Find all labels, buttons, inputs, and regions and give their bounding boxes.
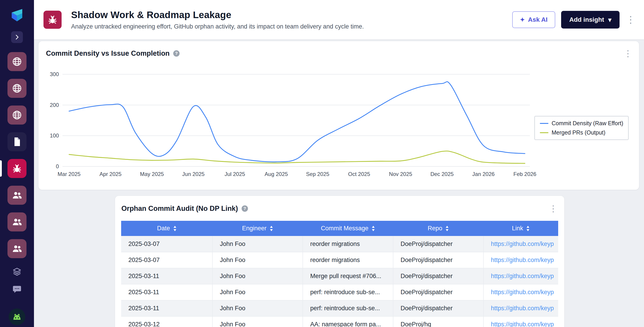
sidebar-item-team-1[interactable] (8, 186, 26, 205)
chart-card: Commit Density vs Issue Completion ? ⋮ 0… (38, 41, 639, 190)
date-cell: 2025-03-07 (121, 252, 212, 268)
repo-cell: DoeProj/dispatcher (393, 268, 484, 284)
commit-message-cell: Merge pull request #706... (303, 268, 393, 284)
globe-icon (12, 110, 22, 120)
column-header-link[interactable]: Link (484, 221, 558, 236)
table-kebab-menu-icon[interactable]: ⋮ (549, 205, 558, 212)
ask-ai-button[interactable]: ✦ Ask AI (512, 11, 555, 28)
caret-down-icon: ▾ (608, 16, 612, 24)
series-line (69, 151, 525, 163)
date-cell: 2025-03-12 (121, 316, 212, 327)
chart-legend: Commit Density (Raw Effort)Merged PRs (O… (534, 116, 628, 140)
x-tick-label: Feb 2026 (513, 171, 536, 177)
engineer-cell: John Foo (212, 300, 303, 316)
layers-icon (12, 267, 22, 277)
sort-icon (372, 226, 375, 231)
y-tick-label: 100 (50, 132, 59, 138)
legend-item[interactable]: Merged PRs (Output) (540, 129, 623, 136)
commit-link[interactable]: https://github.com/keyp (491, 240, 554, 247)
commit-link[interactable]: https://github.com/keyp (491, 305, 554, 312)
avatar-icon (8, 308, 25, 325)
sidebar-item-bug-active[interactable] (8, 159, 26, 178)
chart-kebab-menu-icon[interactable]: ⋮ (624, 50, 632, 57)
main-area: Shadow Work & Roadmap Leakage Analyze un… (34, 0, 644, 327)
app-logo[interactable] (8, 6, 26, 24)
add-insight-label: Add insight (569, 16, 604, 23)
sort-icon (270, 226, 273, 231)
sidebar-item-team-2[interactable] (8, 212, 26, 232)
column-label: Commit Message (321, 225, 368, 232)
help-icon[interactable]: ? (173, 50, 180, 56)
link-cell[interactable]: https://github.com/keyp (484, 284, 558, 300)
add-insight-button[interactable]: Add insight ▾ (561, 11, 620, 28)
date-cell: 2025-03-11 (121, 268, 212, 284)
commit-link[interactable]: https://github.com/keyp (491, 273, 554, 280)
commit-link[interactable]: https://github.com/keyp (491, 256, 554, 263)
page-header: Shadow Work & Roadmap Leakage Analyze un… (34, 0, 644, 40)
column-header-commit-message[interactable]: Commit Message (303, 221, 393, 236)
column-label: Date (157, 225, 170, 232)
x-tick-label: Jun 2025 (182, 171, 205, 177)
sidebar-item-chat[interactable] (11, 284, 23, 295)
repo-cell: DoeProj/dispatcher (393, 284, 484, 300)
table-card: Orphan Commit Audit (No DP Link) ? ⋮ Dat… (115, 196, 564, 327)
engineer-cell: John Foo (212, 316, 303, 327)
users-icon (12, 216, 22, 227)
sort-icon (173, 226, 176, 231)
commit-message-cell: AA: namespace form pa... (303, 316, 393, 327)
chat-icon (12, 284, 22, 294)
sidebar-expand-button[interactable] (11, 31, 23, 43)
link-cell[interactable]: https://github.com/keyp (484, 300, 558, 316)
link-cell[interactable]: https://github.com/keyp (484, 268, 558, 284)
sidebar-item-globe-3[interactable] (8, 106, 26, 124)
sidebar-item-layers[interactable] (11, 266, 23, 278)
sidebar-item-globe-1[interactable] (8, 52, 26, 71)
commit-link[interactable]: https://github.com/keyp (491, 321, 554, 327)
y-tick-label: 200 (50, 102, 59, 108)
repo-cell: DoeProj/hq (393, 316, 484, 327)
column-header-engineer[interactable]: Engineer (212, 221, 303, 236)
column-header-repo[interactable]: Repo (393, 221, 484, 236)
orphan-commit-table: DateEngineerCommit MessageRepoLink 2025-… (121, 221, 558, 327)
sidebar-nav (0, 52, 34, 301)
bug-icon (47, 14, 58, 25)
commit-link[interactable]: https://github.com/keyp (491, 289, 554, 296)
legend-item[interactable]: Commit Density (Raw Effort) (540, 120, 623, 126)
table-card-header: Orphan Commit Audit (No DP Link) ? ⋮ (115, 196, 564, 213)
commit-message-cell: perf: reintroduce sub-se... (303, 300, 393, 316)
engineer-cell: John Foo (212, 284, 303, 300)
link-cell[interactable]: https://github.com/keyp (484, 316, 558, 327)
sidebar-item-globe-2[interactable] (8, 79, 26, 98)
y-tick-label: 0 (56, 163, 59, 170)
table-row: 2025-03-11John FooMerge pull request #70… (121, 268, 558, 284)
x-tick-label: Aug 2025 (265, 171, 288, 177)
globe-icon (12, 56, 22, 67)
legend-swatch (540, 123, 548, 124)
sparkle-icon: ✦ (520, 16, 525, 23)
link-cell[interactable]: https://github.com/keyp (484, 236, 558, 252)
app-logo-icon (8, 6, 26, 24)
table-row: 2025-03-12John FooAA: namespace form pa.… (121, 316, 558, 327)
x-tick-label: Dec 2025 (430, 171, 454, 177)
sort-icon (526, 226, 530, 231)
table-header-row: DateEngineerCommit MessageRepoLink (121, 221, 558, 236)
commit-message-cell: perf: reintroduce sub-se... (303, 284, 393, 300)
column-label: Repo (428, 225, 442, 232)
commit-message-cell: reorder migrations (303, 252, 393, 268)
sidebar-item-team-3[interactable] (8, 239, 26, 258)
users-icon (12, 190, 22, 201)
column-label: Link (512, 225, 523, 232)
chart-card-title: Commit Density vs Issue Completion (46, 49, 170, 58)
help-icon[interactable]: ? (242, 206, 248, 212)
x-tick-label: Oct 2025 (348, 171, 370, 177)
link-cell[interactable]: https://github.com/keyp (484, 252, 558, 268)
sidebar-item-document[interactable] (8, 132, 26, 151)
x-tick-label: Jul 2025 (225, 171, 245, 177)
column-header-date[interactable]: Date (121, 221, 212, 236)
chart-card-header: Commit Density vs Issue Completion ? ⋮ (38, 41, 639, 58)
x-tick-label: May 2025 (140, 171, 164, 177)
header-kebab-menu-icon[interactable]: ⋮ (626, 16, 636, 24)
page-heading: Shadow Work & Roadmap Leakage Analyze un… (71, 10, 512, 30)
user-avatar[interactable] (8, 308, 25, 325)
page-subtitle: Analyze untracked engineering effort, Gi… (71, 23, 512, 30)
